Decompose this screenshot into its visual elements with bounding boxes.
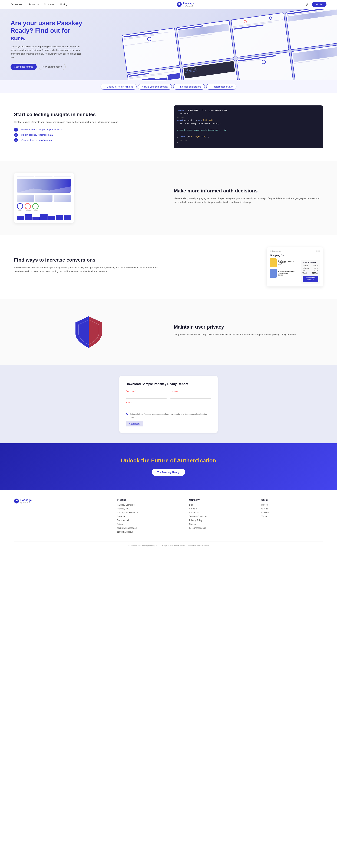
nav-right: Login Let's talk bbox=[304, 2, 327, 7]
section-auth-visual: Mobile Desktop Tablet bbox=[14, 173, 163, 223]
last-name-group: Last name bbox=[170, 390, 211, 399]
feature-pills: ✓ Deploy for free in minutes ✓ Build you… bbox=[0, 80, 337, 93]
step-2[interactable]: 2 Collect passkey readiness data bbox=[14, 133, 163, 137]
logo[interactable]: Passage by 1Password bbox=[177, 2, 194, 7]
section-privacy-desc: Our passkey readiness tool only collects… bbox=[174, 333, 323, 337]
nav-left: Developers › Products › Company › Pricin… bbox=[10, 3, 67, 6]
pill-privacy[interactable]: ✓ Protect user privacy bbox=[206, 84, 237, 90]
cta-section: Unlock the Future of Authentication Try … bbox=[0, 443, 337, 490]
product-image-1 bbox=[270, 258, 277, 267]
order-summary: Order Summary Subtotal $108.00 Shipping … bbox=[301, 260, 320, 284]
footer-col-social: Social Discord GitHub LinkedIn Twitter bbox=[262, 499, 323, 534]
view-sample-button[interactable]: View sample report bbox=[39, 64, 66, 70]
nav-developers[interactable]: Developers › bbox=[10, 3, 23, 6]
check-icon: ✓ bbox=[177, 86, 179, 88]
footer-link-linkedin[interactable]: LinkedIn bbox=[262, 512, 323, 514]
dashboard-card-8 bbox=[291, 44, 337, 80]
section-conversions-title: Find ways to increase conversions bbox=[14, 257, 163, 263]
check-icon: ✓ bbox=[210, 86, 212, 88]
dashboard-card-4 bbox=[285, 9, 337, 50]
footer-link-twitter[interactable]: Twitter bbox=[262, 515, 323, 518]
footer-link-documentation[interactable]: Documentation bbox=[117, 519, 179, 522]
lets-talk-button[interactable]: Let's talk bbox=[312, 2, 327, 7]
section-conversions-desc: Passkey Ready identifies areas of opport… bbox=[14, 266, 163, 273]
footer-link-status[interactable]: status.passage.id bbox=[117, 531, 179, 533]
dashboard-card-1 bbox=[122, 28, 180, 73]
section-insights-text: Start collecting insights in minutes Dep… bbox=[14, 112, 163, 142]
code-block: import { AuthenKit } from '@passageident… bbox=[174, 105, 323, 149]
dashboard-card-3 bbox=[231, 12, 289, 58]
footer-link-blog[interactable]: Blog bbox=[189, 504, 251, 506]
footer-link-console[interactable]: Console bbox=[117, 515, 179, 518]
product-image-2 bbox=[270, 269, 277, 278]
check-icon: ✓ bbox=[142, 86, 143, 88]
nav-company[interactable]: Company › bbox=[44, 3, 55, 6]
navbar: Developers › Products › Company › Pricin… bbox=[0, 0, 337, 9]
section-privacy-visual bbox=[14, 311, 163, 353]
hero-content: Are your users Passkey Ready? Find out f… bbox=[10, 19, 84, 70]
form-section: Download Sample Passkey Ready Report Fir… bbox=[0, 365, 337, 443]
section-privacy: Maintain user privacy Our passkey readin… bbox=[0, 299, 337, 365]
footer-link-security-email[interactable]: security@passage.id bbox=[117, 527, 179, 529]
footer-col-product: Product Passkey Complete Passkey Flex Pa… bbox=[117, 499, 179, 534]
nav-pricing[interactable]: Pricing bbox=[60, 3, 67, 6]
footer-link-pricing[interactable]: Pricing bbox=[117, 523, 179, 525]
checkout-button[interactable]: Proceed to checkout bbox=[303, 276, 318, 282]
chevron-icon: › bbox=[38, 3, 39, 5]
chevron-icon: › bbox=[55, 3, 55, 5]
footer-link-hello-email[interactable]: hello@passage.id bbox=[189, 527, 251, 529]
pill-strategy[interactable]: ✓ Build your auth strategy bbox=[138, 84, 172, 90]
hero-title: Are your users Passkey Ready? Find out f… bbox=[10, 19, 84, 42]
section-conversions-visual: SkyEcommerce Shopping Cart The Tawzer Ho… bbox=[174, 247, 323, 286]
dashboard-card-2 bbox=[176, 20, 235, 65]
hero-visual: import { Auth }const kit = newkit.passke… bbox=[122, 9, 337, 80]
shield-visual bbox=[14, 311, 163, 353]
last-name-input[interactable] bbox=[170, 393, 211, 399]
footer-link-careers[interactable]: Careers bbox=[189, 507, 251, 510]
email-label: Email * bbox=[126, 401, 211, 403]
step-3[interactable]: 3 View customized insights report bbox=[14, 138, 163, 142]
section-insights-title: Start collecting insights in minutes bbox=[14, 112, 163, 117]
footer-link-contact[interactable]: Contact Us bbox=[189, 512, 251, 514]
section-conversions-text: Find ways to increase conversions Passke… bbox=[14, 257, 163, 277]
section-auth: Make more informed auth decisions View d… bbox=[0, 161, 337, 235]
footer-link-passkey-complete[interactable]: Passkey Complete bbox=[117, 504, 179, 506]
section-auth-text: Make more informed auth decisions View d… bbox=[174, 188, 323, 208]
step-1[interactable]: 1 Implement code snippet on your website bbox=[14, 128, 163, 131]
footer-link-terms[interactable]: Terms & Conditions bbox=[189, 515, 251, 518]
try-passkey-button[interactable]: Try Passkey Ready bbox=[152, 469, 185, 476]
footer-top: Passage by 1Password Product Passkey Com… bbox=[14, 499, 323, 534]
footer-link-passkey-flex[interactable]: Passkey Flex bbox=[117, 507, 179, 510]
form-email-row: Email * bbox=[126, 401, 211, 410]
step-number-2: 2 bbox=[14, 133, 18, 137]
ecom-breadcrumb: SkyEcommerce bbox=[270, 250, 281, 252]
first-name-group: First name * bbox=[126, 390, 167, 399]
section-insights: Start collecting insights in minutes Dep… bbox=[0, 93, 337, 161]
steps-list: 1 Implement code snippet on your website… bbox=[14, 128, 163, 142]
email-group: Email * bbox=[126, 401, 211, 410]
section-auth-title: Make more informed auth decisions bbox=[174, 188, 323, 194]
footer-link-github[interactable]: GitHub bbox=[262, 507, 323, 510]
section-auth-desc: View detailed, visually engaging reports… bbox=[174, 196, 323, 204]
nav-products[interactable]: Products › bbox=[29, 3, 39, 6]
footer-link-support[interactable]: Support bbox=[189, 523, 251, 525]
pill-conversions[interactable]: ✓ Increase conversions bbox=[173, 84, 205, 90]
footer-link-privacy[interactable]: Privacy Policy bbox=[189, 519, 251, 522]
section-insights-visual: import { AuthenKit } from '@passageident… bbox=[174, 105, 323, 149]
footer-logo[interactable]: Passage by 1Password bbox=[14, 499, 106, 503]
pill-deploy[interactable]: ✓ Deploy for free in minutes bbox=[100, 84, 136, 90]
get-report-button[interactable]: Get Report bbox=[126, 421, 143, 427]
marketing-checkbox[interactable] bbox=[126, 413, 128, 415]
step-number-1: 1 bbox=[14, 128, 18, 131]
cart-item-2: The York Striped Tee - Slate Medium $29.… bbox=[270, 269, 299, 278]
dashboard-mockup: Mobile Desktop Tablet bbox=[14, 173, 74, 223]
email-input[interactable] bbox=[126, 404, 211, 410]
footer-link-passage-ecommerce[interactable]: Passage for Ecommerce bbox=[117, 512, 179, 514]
section-privacy-title: Maintain user privacy bbox=[174, 324, 323, 330]
login-button[interactable]: Login bbox=[304, 3, 309, 6]
hero-section: Are your users Passkey Ready? Find out f… bbox=[0, 9, 337, 80]
get-started-button[interactable]: Get started for free bbox=[10, 64, 37, 70]
footer-link-discord[interactable]: Discord bbox=[262, 504, 323, 506]
first-name-input[interactable] bbox=[126, 393, 167, 399]
footer-bottom: © Copyright 2024 Passage Identity • 4711… bbox=[14, 541, 323, 547]
